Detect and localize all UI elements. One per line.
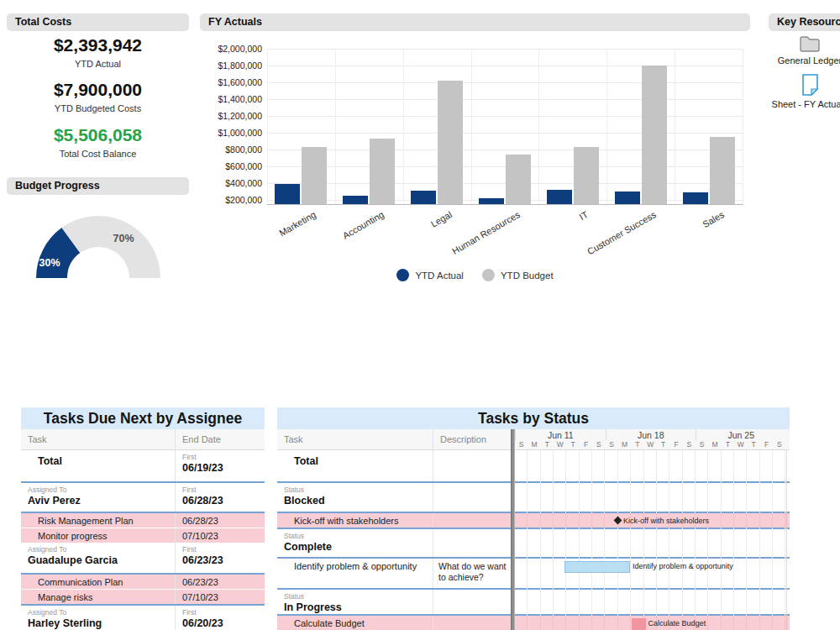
table-row-group-guadalupe: Assigned To Guadalupe Garcia First 06/23… <box>21 543 265 573</box>
gauge-label-remaining: 70% <box>113 233 134 244</box>
task-name: Identify problem & opportunity <box>277 559 433 571</box>
budget-progress-gauge: 30% 70% <box>33 204 164 281</box>
assignee-name: Guadalupe Garcia <box>21 554 175 566</box>
legend-label-ytd-actual: YTD Actual <box>415 270 464 281</box>
chart-x-axis <box>267 204 743 205</box>
gantt-day-letter: M <box>708 440 721 450</box>
bar-ytd-budget-accounting <box>370 139 395 204</box>
panel-header-fy-actuals: FY Actuals <box>200 13 750 31</box>
bar-ytd-budget-legal <box>438 81 463 204</box>
gantt-day-letter: S <box>683 440 696 450</box>
gantt-day-letter: T <box>722 440 734 450</box>
chart-gridline <box>267 116 743 117</box>
gantt-bar-label: Identify problem & opportunity <box>633 562 733 570</box>
gantt-row <box>515 450 790 481</box>
tasks-by-assignee-widget: Tasks Due Next by Assignee Task End Date… <box>21 407 265 630</box>
status-name: In Progress <box>277 601 433 613</box>
table-row-group-harley: Assigned To Harley Sterling First 06/20/… <box>21 604 265 630</box>
chart-gridline <box>267 66 743 66</box>
legend-dot-ytd-actual <box>396 269 409 281</box>
gantt-day-letter: T <box>541 440 554 450</box>
assignee-name: Aviv Perez <box>21 494 175 507</box>
gantt-row: Kick-off with stakeholders <box>515 513 790 528</box>
tasks-by-assignee-header: Task End Date <box>21 429 265 450</box>
table-row-group-blocked: Status Blocked <box>277 481 790 512</box>
gantt-day-letter: M <box>618 440 631 450</box>
task-name: Kick-off with stakeholders <box>277 513 433 526</box>
task-name: Calculate Budget <box>277 616 433 628</box>
chart-y-tick-label: $200,000 <box>202 195 262 205</box>
gantt-day-letter: M <box>528 440 540 450</box>
task-name: Monitor progress <box>21 528 175 541</box>
legend-label-ytd-budget: YTD Budget <box>501 270 554 281</box>
metric-ytd-actual-label: YTD Actual <box>7 59 189 69</box>
gantt-row <box>515 483 790 512</box>
chart-gridline <box>267 183 743 184</box>
status-name: Complete <box>277 540 433 553</box>
resource-link-general-ledger[interactable]: General Ledger <box>778 55 840 66</box>
chart-y-tick-label: $800,000 <box>202 144 262 155</box>
sheet-icon <box>801 74 819 96</box>
gantt-day-letter: T <box>657 440 669 450</box>
chart-gridline-vertical <box>267 49 268 204</box>
metric-balance-label: Total Cost Balance <box>7 149 189 159</box>
chart-y-tick-label: $1,400,000 <box>202 94 262 104</box>
gantt-day-letter: T <box>747 440 759 450</box>
chart-gridline-vertical <box>471 49 472 204</box>
gantt-task-bar <box>564 561 630 573</box>
gauge-segment-remaining <box>62 216 161 278</box>
cell-caption: Status <box>277 483 433 494</box>
assignee-name: Harley Sterling <box>21 617 175 629</box>
table-row-task: Communication Plan 06/23/23 <box>21 573 265 589</box>
gauge-label-actual: 30% <box>39 257 60 269</box>
bar-ytd-actual-marketing <box>275 184 300 204</box>
gantt-week-label: Jun 11 <box>515 429 606 440</box>
table-row-task: Risk Management Plan 06/28/23 <box>21 512 265 528</box>
table-row-total: Total First 06/19/23 <box>21 450 265 481</box>
cell-date: 07/10/23 <box>176 590 265 602</box>
row-label: Total <box>277 450 433 467</box>
bar-ytd-actual-sales <box>683 192 708 204</box>
chart-gridline <box>267 99 743 100</box>
cell-caption: Assigned To <box>21 483 175 494</box>
chart-y-tick-label: $400,000 <box>202 178 262 188</box>
chart-gridline-vertical <box>675 49 675 204</box>
chart-gridline-vertical <box>403 49 404 204</box>
bar-ytd-actual-legal <box>411 191 436 204</box>
task-name: Manage risks <box>21 590 175 602</box>
cell-caption: First <box>176 450 265 461</box>
tasks-by-status-header: Task Description Jun 11SMTWTFSJun 18SMTW… <box>277 429 790 450</box>
bar-ytd-budget-it <box>574 147 599 204</box>
gantt-row <box>515 529 790 557</box>
column-header-task: Task <box>277 429 433 449</box>
bar-ytd-actual-human-resources <box>479 198 504 204</box>
metric-ytd-budgeted-value: $7,900,000 <box>7 80 189 100</box>
dashboard: Total Costs $2,393,942 YTD Actual $7,900… <box>0 0 840 630</box>
cell-date: 06/23/23 <box>176 554 265 566</box>
chart-legend: YTD Actual YTD Budget <box>200 269 750 281</box>
bar-ytd-budget-marketing <box>302 147 327 204</box>
cell-date: 06/28/23 <box>176 513 265 526</box>
bar-ytd-budget-sales <box>710 137 735 204</box>
tasks-by-status-title: Tasks by Status <box>277 407 790 429</box>
chart-gridline <box>267 49 743 50</box>
chart-gridline <box>267 200 743 201</box>
gantt-day-letter: F <box>580 440 592 450</box>
gantt-splitter[interactable] <box>511 429 515 630</box>
bar-ytd-actual-customer-success <box>615 192 640 204</box>
cell-date: 07/10/23 <box>176 528 265 541</box>
gantt-row: Identify problem & opportunity <box>515 559 790 588</box>
gantt-week-label: Jun 18 <box>606 429 696 440</box>
table-row-total: Total <box>277 450 790 481</box>
chart-y-tick-label: $600,000 <box>202 161 262 171</box>
cell-date: 06/20/23 <box>176 617 265 629</box>
resource-link-sheet-fy-actuals[interactable]: Sheet - FY Actuals <box>772 99 840 109</box>
gantt-row <box>515 590 790 614</box>
gantt-day-letter: W <box>734 440 747 450</box>
folder-icon <box>799 35 821 52</box>
panel-header-budget-progress: Budget Progress <box>7 177 189 195</box>
task-name: Communication Plan <box>21 575 175 587</box>
chart-y-tick-label: $1,600,000 <box>202 77 262 87</box>
gantt-day-letter: W <box>554 440 566 450</box>
gantt-day-letter: S <box>515 440 528 450</box>
